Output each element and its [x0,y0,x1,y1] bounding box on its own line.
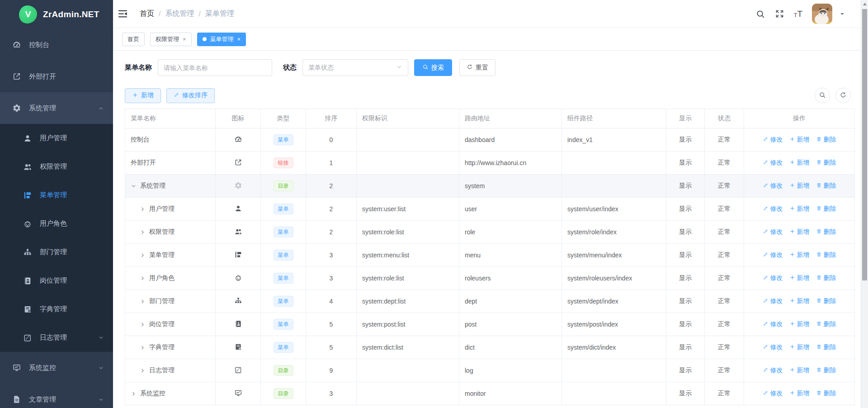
menu-status-cell: 正常 [705,382,744,405]
action-add[interactable]: 新增 [789,366,810,375]
menu-name-input[interactable] [158,59,272,76]
action-edit[interactable]: 修改 [763,343,783,351]
font-size-icon[interactable]: TT [794,9,802,18]
action-delete[interactable]: 删除 [816,136,836,144]
sidebar-item[interactable]: 系统监控 [0,352,113,384]
sidebar-item[interactable]: 控制台 [0,29,113,61]
menu-name-text: 用户角色 [149,274,175,282]
sidebar-item[interactable]: 岗位管理 [0,266,113,295]
search-button[interactable]: 搜索 [414,59,452,76]
action-add[interactable]: 新增 [789,159,810,167]
action-add[interactable]: 新增 [789,251,810,259]
action-delete[interactable]: 删除 [816,343,836,351]
action-delete[interactable]: 删除 [816,182,836,190]
status-select[interactable]: 菜单状态 [302,59,408,76]
users-icon [23,162,33,172]
edit-sort-button[interactable]: 修改排序 [166,88,215,103]
fullscreen-icon[interactable] [775,9,784,19]
sidebar-item[interactable]: 系统管理 [0,92,113,124]
plus-icon [789,321,795,328]
chevron-right-icon[interactable] [140,275,146,281]
action-delete[interactable]: 删除 [816,159,836,167]
action-edit[interactable]: 修改 [763,366,783,375]
sidebar-item[interactable]: 字典管理 [0,295,113,323]
search-toggle-button[interactable] [815,88,830,103]
user-avatar[interactable] [812,4,832,24]
menu-order-cell: 9 [306,359,357,382]
scroll-up-arrow[interactable] [861,0,868,8]
add-button[interactable]: 新增 [125,88,161,103]
reset-button[interactable]: 重置 [459,59,495,76]
action-edit[interactable]: 修改 [763,159,783,167]
chevron-right-icon[interactable] [140,229,146,235]
menu-type-cell: 菜单 [261,198,306,221]
action-edit[interactable]: 修改 [763,205,783,213]
chevron-right-icon[interactable] [140,345,146,351]
table-header-cell: 组件路径 [562,109,666,128]
action-add[interactable]: 新增 [789,136,810,144]
breadcrumb-item[interactable]: 首页 [140,9,154,19]
action-edit[interactable]: 修改 [763,274,783,282]
action-add[interactable]: 新增 [789,182,810,190]
search-icon[interactable] [755,9,765,19]
chevron-down-icon[interactable] [131,183,137,189]
action-add[interactable]: 新增 [789,389,810,398]
action-delete[interactable]: 删除 [816,205,836,213]
action-delete[interactable]: 删除 [816,274,836,282]
sidebar-item[interactable]: 部门管理 [0,238,113,266]
chevron-right-icon[interactable] [131,391,137,397]
tab-active[interactable]: 菜单管理× [197,33,246,46]
refresh-table-button[interactable] [835,88,851,103]
action-edit-label: 修改 [770,366,783,375]
action-delete[interactable]: 删除 [816,251,836,259]
tree-icon [23,190,33,200]
sidebar-fold-icon[interactable] [118,9,128,19]
action-add[interactable]: 新增 [789,343,810,351]
sidebar-item[interactable]: 菜单管理 [0,181,113,209]
action-add[interactable]: 新增 [789,205,810,213]
sidebar-item[interactable]: 外部打开 [0,61,113,92]
action-add[interactable]: 新增 [789,320,810,328]
tab-close-icon[interactable]: × [237,36,241,42]
menu-perm-cell: system:dict:list [357,336,459,359]
action-add[interactable]: 新增 [789,228,810,236]
sidebar-item[interactable]: 文章管理 [0,384,113,408]
menu-route-cell: post [459,313,562,336]
action-delete[interactable]: 删除 [816,389,836,398]
action-edit[interactable]: 修改 [763,182,783,190]
chevron-right-icon[interactable] [140,206,146,212]
action-delete[interactable]: 删除 [816,297,836,305]
table-header-cell: 显示 [666,109,705,128]
action-edit[interactable]: 修改 [763,136,783,144]
menu-route-cell: dashboard [459,128,562,152]
tab-close-icon[interactable]: × [183,36,186,42]
scrollbar-thumb[interactable] [862,9,867,280]
menu-route-cell: roleusers [459,267,562,290]
chevron-right-icon[interactable] [140,368,146,374]
action-edit[interactable]: 修改 [763,320,783,328]
edit-icon [763,159,769,166]
vertical-scrollbar[interactable] [861,0,868,408]
chevron-right-icon[interactable] [140,299,146,304]
table-row: 控制台菜单0dashboardindex_v1显示正常修改新增删除 [125,128,855,152]
action-delete[interactable]: 删除 [816,366,836,375]
chevron-right-icon[interactable] [140,252,146,258]
chevron-right-icon[interactable] [140,322,146,327]
sidebar-item[interactable]: 权限管理 [0,152,113,181]
tab-item[interactable]: 首页 [122,33,145,46]
action-add[interactable]: 新增 [789,297,810,305]
sidebar-item[interactable]: 用户角色 [0,209,113,238]
chevron-down-icon[interactable] [839,11,845,17]
action-delete[interactable]: 删除 [816,320,836,328]
app-logo[interactable]: V ZrAdmin.NET [0,0,113,29]
action-edit[interactable]: 修改 [763,251,783,259]
menu-type-cell: 菜单 [261,336,306,359]
sidebar-item[interactable]: 日志管理 [0,323,113,352]
action-edit[interactable]: 修改 [763,297,783,305]
action-delete[interactable]: 删除 [816,228,836,236]
action-edit[interactable]: 修改 [763,228,783,236]
sidebar-item[interactable]: 用户管理 [0,124,113,152]
tab-item[interactable]: 权限管理× [150,33,192,46]
action-add[interactable]: 新增 [789,274,810,282]
action-edit[interactable]: 修改 [763,389,783,398]
